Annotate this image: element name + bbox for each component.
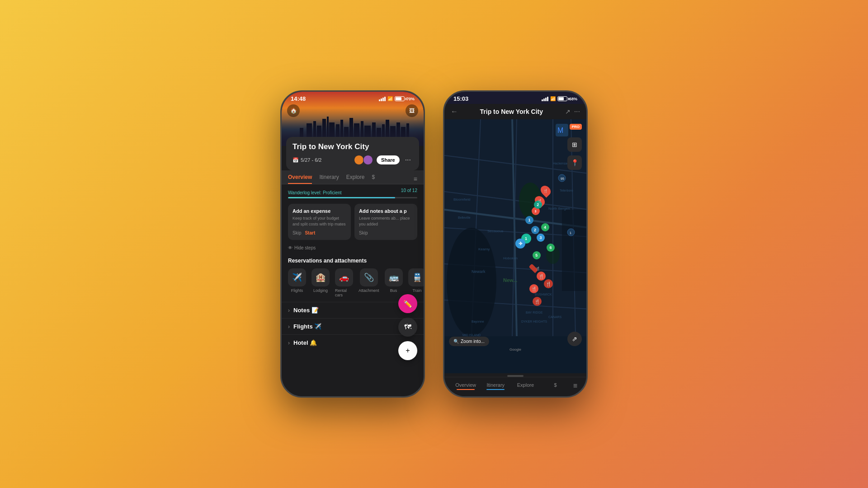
train-label: Train bbox=[412, 288, 421, 293]
layers-button[interactable]: ⊞ bbox=[567, 137, 582, 152]
res-lodging[interactable]: 🏨 Lodging bbox=[311, 268, 330, 297]
svg-text:Teterboro: Teterboro bbox=[560, 189, 573, 192]
trip-title: Trip to New York City bbox=[292, 142, 413, 151]
expense-card: Add an expense Keep track of your budget… bbox=[288, 204, 351, 240]
svg-text:Newark: Newark bbox=[472, 269, 486, 274]
progress-fill bbox=[288, 197, 395, 198]
svg-text:Hoboken: Hoboken bbox=[503, 256, 518, 260]
phone2-header: ← Trip to New York City ↗ ··· bbox=[444, 104, 586, 119]
p2tab-explore[interactable]: Explore bbox=[510, 380, 540, 392]
avatar-1 bbox=[354, 155, 364, 165]
phone2-title: Trip to New York City bbox=[462, 108, 561, 115]
flights-arrow: › bbox=[288, 324, 290, 330]
notes-skip[interactable]: Skip bbox=[359, 230, 368, 235]
expense-skip[interactable]: Skip bbox=[292, 230, 301, 235]
tab-dollar[interactable]: $ bbox=[372, 174, 375, 184]
gallery-icon[interactable]: 🖼 bbox=[406, 104, 418, 117]
more-icon-2[interactable]: ··· bbox=[574, 108, 580, 116]
res-flights[interactable]: ✈️ Flights bbox=[288, 268, 306, 297]
google-maps-logo: M bbox=[556, 124, 568, 136]
wanderlog-section: Wanderlog level: Proficient 10 of 12 bbox=[282, 184, 424, 200]
map-pin-red-1[interactable]: 🍴 bbox=[541, 185, 550, 196]
tabs-bar: Overview Itinerary Explore $ ≡ bbox=[282, 170, 424, 184]
lodging-label: Lodging bbox=[313, 288, 328, 293]
svg-text:New...: New... bbox=[503, 277, 517, 283]
notes-title: Add notes about a p bbox=[359, 208, 413, 214]
phone1-content[interactable]: Wanderlog level: Proficient 10 of 12 Add… bbox=[282, 184, 424, 396]
status-icons-2: 📶 68% bbox=[542, 96, 577, 101]
svg-text:DYKER HEIGHTS: DYKER HEIGHTS bbox=[521, 320, 547, 323]
expense-desc: Keep track of your budget and split cost… bbox=[292, 216, 346, 227]
map-container[interactable]: Bloomfield Belleville Hackensack Teterbo… bbox=[444, 119, 586, 373]
lodging-icon: 🏨 bbox=[311, 268, 330, 286]
current-location-button[interactable]: ⇗ bbox=[567, 332, 582, 346]
wanderlog-count: 10 of 12 bbox=[401, 188, 417, 193]
train-icon: 🚆 bbox=[408, 268, 424, 286]
map-pin-bottom-5[interactable]: 🍴 bbox=[533, 297, 542, 306]
zoom-into-button[interactable]: 🔍 Zoom into... bbox=[449, 337, 489, 346]
map-pin-blue-1[interactable]: 1 bbox=[525, 216, 533, 224]
trip-meta: 📅 5/27 - 6/2 Share ··· bbox=[292, 155, 413, 165]
map-pin-bottom-4[interactable]: 🍴 bbox=[544, 279, 553, 288]
battery-percent: 70% bbox=[406, 97, 415, 101]
notes-actions: Skip bbox=[359, 230, 413, 235]
home-icon[interactable]: 🏠 bbox=[287, 104, 300, 117]
svg-text:BAY RIDGE: BAY RIDGE bbox=[526, 311, 543, 314]
tab-overview[interactable]: Overview bbox=[288, 174, 312, 184]
battery-icon-2 bbox=[557, 96, 567, 101]
map-pin-blue-2[interactable]: 2 bbox=[531, 226, 539, 234]
fab-area: ✏️ 🗺 + bbox=[398, 294, 417, 360]
map-pin-blue-3[interactable]: 3 bbox=[537, 234, 545, 242]
svg-text:1: 1 bbox=[570, 231, 571, 235]
svg-text:Secaucus: Secaucus bbox=[487, 229, 503, 233]
hotel-arrow: › bbox=[288, 340, 290, 346]
notes-desc: Leave comments ab... place you added bbox=[359, 216, 413, 227]
expense-start[interactable]: Start bbox=[305, 230, 315, 235]
map-controls: ⊞ 📍 bbox=[567, 137, 582, 170]
map-pin-green-6[interactable]: 6 bbox=[547, 244, 555, 252]
wanderlog-text: Wanderlog level: Proficient 10 of 12 bbox=[288, 190, 342, 195]
add-fab-button[interactable]: + bbox=[398, 341, 417, 360]
res-rental[interactable]: 🚗 Rental cars bbox=[335, 268, 353, 297]
map-svg: Bloomfield Belleville Hackensack Teterbo… bbox=[444, 119, 586, 336]
res-bus[interactable]: 🚌 Bus bbox=[385, 268, 403, 297]
share-icon-2[interactable]: ↗ bbox=[565, 108, 571, 115]
tab-explore[interactable]: Explore bbox=[346, 174, 365, 184]
overview-underline bbox=[457, 389, 475, 390]
attachment-label: Attachment bbox=[359, 288, 379, 293]
more-button[interactable]: ··· bbox=[403, 156, 413, 164]
tab-itinerary[interactable]: Itinerary bbox=[319, 174, 339, 184]
location-filter-button[interactable]: 📍 bbox=[567, 155, 582, 170]
svg-text:Belleville: Belleville bbox=[458, 216, 471, 219]
map-pin-airplane[interactable]: ✈ bbox=[515, 239, 525, 249]
map-fab-button[interactable]: 🗺 bbox=[398, 318, 417, 337]
p2tab-dollar[interactable]: $ bbox=[541, 380, 571, 392]
p2tab-overview[interactable]: Overview bbox=[451, 380, 481, 392]
hide-steps[interactable]: 👁 Hide steps bbox=[282, 244, 424, 254]
expense-actions: Skip Start bbox=[292, 230, 346, 235]
p2tab-menu[interactable]: ≡ bbox=[571, 380, 580, 392]
battery-fill-2 bbox=[558, 97, 564, 100]
battery-icon bbox=[395, 96, 405, 101]
phone-2: 15:03 📶 68% ← Trip to New York City ↗ bbox=[443, 90, 588, 398]
map-pin-green-4[interactable]: 4 bbox=[541, 223, 549, 231]
pro-badge: PRO bbox=[570, 124, 582, 130]
wanderlog-level: Proficient bbox=[323, 190, 342, 195]
res-train[interactable]: 🚆 Train bbox=[408, 268, 424, 297]
res-attachment[interactable]: 📎 Attachment bbox=[359, 268, 379, 297]
p2tab-itinerary[interactable]: Itinerary bbox=[481, 380, 510, 392]
map-pin-green-5[interactable]: 5 bbox=[533, 251, 541, 259]
svg-rect-36 bbox=[562, 210, 586, 291]
edit-fab-button[interactable]: ✏️ bbox=[398, 294, 417, 313]
map-background: Bloomfield Belleville Hackensack Teterbo… bbox=[444, 119, 586, 373]
phone2-bottom-area: Overview Itinerary Explore $ ≡ bbox=[444, 373, 586, 396]
svg-text:Kearny: Kearny bbox=[478, 247, 490, 251]
back-button[interactable]: ← bbox=[451, 108, 458, 116]
share-button[interactable]: Share bbox=[377, 155, 400, 164]
flights-label: Flights bbox=[291, 288, 303, 293]
signal-icon-2 bbox=[542, 97, 548, 101]
map-pin-bottom-3[interactable]: 🍴 bbox=[529, 284, 538, 293]
svg-text:CANARS: CANARS bbox=[548, 315, 562, 319]
expense-title: Add an expense bbox=[292, 208, 346, 214]
tab-menu-icon[interactable]: ≡ bbox=[414, 175, 417, 183]
